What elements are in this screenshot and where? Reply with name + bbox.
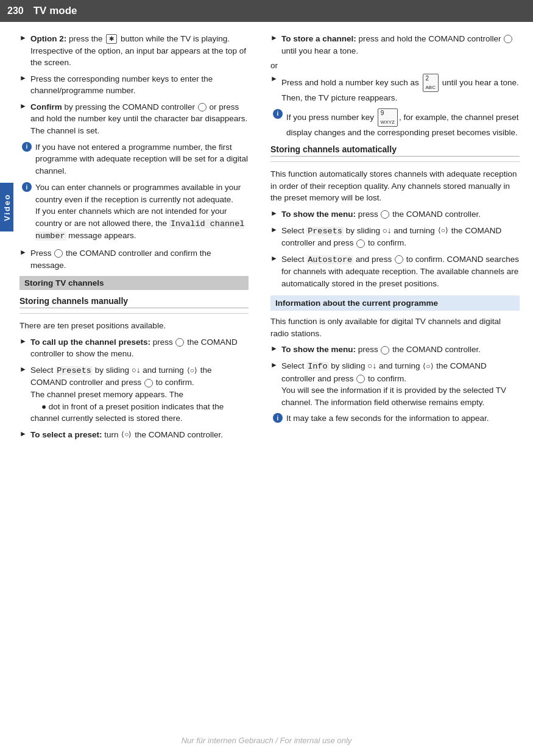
list-item: ► Option 2: press the ✱ button while the… <box>19 33 249 69</box>
current-prog-intro: This function is only available for digi… <box>270 316 520 339</box>
num9-key-icon: 9WXYZ <box>378 108 398 127</box>
list-item: ► To store a channel: press and hold the… <box>270 33 520 57</box>
auto-store-intro: This function automatically stores chann… <box>270 168 520 204</box>
bullet-arrow-icon: ► <box>270 74 278 83</box>
section-tab-video: Video <box>0 183 13 231</box>
info-icon: i <box>22 142 32 152</box>
info-block: i If you press number key 9WXYZ, for exa… <box>273 108 520 139</box>
bullet-arrow-icon: ► <box>19 34 27 42</box>
section-bar-storing-tv-channels: Storing TV channels <box>19 276 249 290</box>
list-item: ► Press and hold a number key such as 2A… <box>270 74 520 104</box>
info-bar-current-programme: Information about the current pro­gramme <box>270 295 520 311</box>
bullet-arrow-icon: ► <box>19 248 27 256</box>
controller-icon <box>381 210 389 219</box>
left-column: ► Option 2: press the ✱ button while the… <box>0 33 262 445</box>
page-title: TV mode <box>34 5 77 17</box>
info-block: i If you have not entered a programme nu… <box>22 141 249 177</box>
controller-icon <box>198 103 206 111</box>
star-key-icon: ✱ <box>106 34 117 44</box>
controller-icon <box>381 346 389 355</box>
bullet-arrow-icon: ► <box>270 254 278 263</box>
list-item: ► Confirm by pressing the COMAND control… <box>19 101 249 137</box>
controller-knob-icon: ⟨○⟩ <box>438 225 448 236</box>
controller-knob-icon: ⟨○⟩ <box>423 361 433 372</box>
num2-key-icon: 2ABC <box>423 74 439 92</box>
or-divider: or <box>270 61 520 70</box>
list-item: ► Press the corresponding number keys to… <box>19 73 249 97</box>
controller-icon <box>395 255 403 264</box>
intro-para: There are ten preset positions available… <box>19 320 249 332</box>
controller-icon <box>144 379 153 387</box>
bullet-arrow-icon: ► <box>19 337 27 345</box>
info-block: i It may take a few seconds for the info… <box>273 412 520 425</box>
list-item: ► To call up the channel presets: press … <box>19 336 249 360</box>
page-number: 230 <box>7 5 24 16</box>
main-content: ► Option 2: press the ✱ button while the… <box>0 22 533 445</box>
bullet-arrow-icon: ► <box>19 102 27 110</box>
controller-icon <box>504 35 512 43</box>
error-message-text: Invalid channel number <box>35 219 244 241</box>
controller-icon <box>356 375 365 383</box>
bullet-arrow-icon: ► <box>270 361 278 369</box>
list-item: ► Select Presets by sliding ○↓ and turni… <box>19 364 249 425</box>
divider <box>19 313 249 314</box>
list-item: ► Select Info by sliding ○↓ and turning … <box>270 360 520 408</box>
footer-watermark: Nur für internen Gebrauch / For internal… <box>0 736 533 745</box>
menu-item-autostore: Autostore <box>306 255 353 264</box>
bullet-arrow-icon: ► <box>270 34 278 42</box>
list-item: ► Select Autostore and press to confirm.… <box>270 253 520 290</box>
controller-icon <box>356 239 365 248</box>
menu-item-presets: Presets <box>306 227 344 236</box>
controller-knob-icon: ⟨○⟩ <box>121 429 132 440</box>
menu-item-info: Info <box>306 362 328 371</box>
list-item: ► Select Presets by sliding ○↓ and turni… <box>270 225 520 249</box>
bullet-arrow-icon: ► <box>19 365 27 373</box>
info-icon: i <box>273 109 283 119</box>
bullet-arrow-icon: ► <box>270 344 278 353</box>
list-item: ► To show the menu: press the COMAND con… <box>270 208 520 221</box>
subsection-heading-automatic: Storing channels automatically <box>270 144 520 157</box>
list-item: ► To select a preset: turn ⟨○⟩ the COMAN… <box>19 429 249 441</box>
controller-knob-icon: ⟨○⟩ <box>187 366 197 376</box>
divider <box>270 161 520 162</box>
bullet-arrow-icon: ► <box>270 225 278 234</box>
bullet-arrow-icon: ► <box>19 429 27 438</box>
page-header: 230 TV mode <box>0 0 533 22</box>
bullet-arrow-icon: ► <box>270 209 278 217</box>
subsection-heading-manual: Storing channels manually <box>19 296 249 308</box>
menu-item-presets: Presets <box>55 366 93 375</box>
option2-label: Option 2: <box>30 34 66 43</box>
list-item: ► Press the COMAND controller and con­fi… <box>19 247 249 271</box>
controller-icon <box>175 338 184 347</box>
controller-icon <box>54 249 63 258</box>
list-item: ► To show the menu: press the COMAND con… <box>270 344 520 356</box>
info-block: i You can enter channels or programmes a… <box>22 182 249 242</box>
info-icon: i <box>273 413 283 423</box>
right-column: ► To store a channel: press and hold the… <box>262 33 533 445</box>
bullet-arrow-icon: ► <box>19 74 27 82</box>
info-icon: i <box>22 182 32 192</box>
